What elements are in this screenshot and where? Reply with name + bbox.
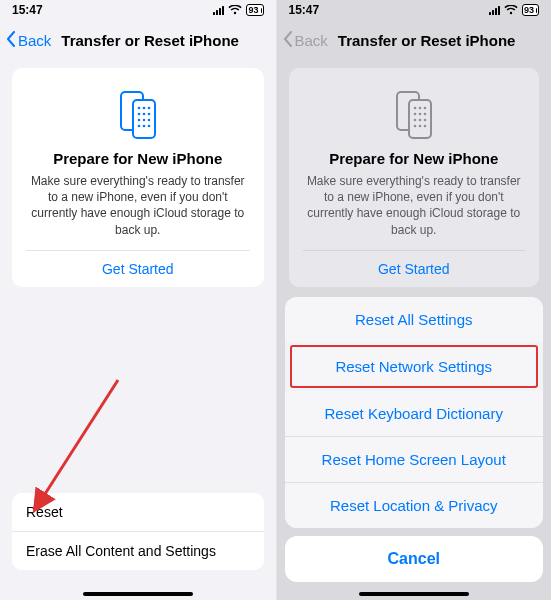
svg-point-23 <box>413 119 416 122</box>
status-time: 15:47 <box>289 3 320 17</box>
svg-point-18 <box>418 107 421 110</box>
status-bar: 15:47 93 <box>277 0 552 20</box>
sheet-reset-location-privacy[interactable]: Reset Location & Privacy <box>285 482 544 528</box>
svg-point-17 <box>413 107 416 110</box>
svg-point-9 <box>142 119 145 122</box>
get-started-button: Get Started <box>303 250 526 277</box>
chevron-left-icon <box>283 31 293 50</box>
svg-point-21 <box>418 113 421 116</box>
card-title: Prepare for New iPhone <box>303 150 526 167</box>
back-label: Back <box>295 32 328 49</box>
svg-point-28 <box>423 125 426 128</box>
page-title: Transfer or Reset iPhone <box>338 32 545 49</box>
reset-row[interactable]: Reset <box>12 493 264 531</box>
svg-point-13 <box>147 125 150 128</box>
svg-point-27 <box>418 125 421 128</box>
svg-point-4 <box>147 107 150 110</box>
back-button[interactable]: Back <box>6 31 51 50</box>
status-time: 15:47 <box>12 3 43 17</box>
left-screen: 15:47 93 Back Transfer or Reset iPhone <box>0 0 276 600</box>
wifi-icon <box>228 5 242 15</box>
svg-point-26 <box>413 125 416 128</box>
battery-icon: 93 <box>522 4 539 16</box>
svg-point-8 <box>137 119 140 122</box>
battery-icon: 93 <box>246 4 263 16</box>
page-title: Transfer or Reset iPhone <box>61 32 269 49</box>
status-right: 93 <box>489 4 539 16</box>
svg-point-6 <box>142 113 145 116</box>
card-description: Make sure everything's ready to transfer… <box>26 173 250 238</box>
svg-point-19 <box>423 107 426 110</box>
svg-point-2 <box>137 107 140 110</box>
svg-point-10 <box>147 119 150 122</box>
sheet-reset-network-settings[interactable]: Reset Network Settings <box>289 344 540 389</box>
transfer-phones-icon <box>303 86 526 140</box>
prepare-card: Prepare for New iPhone Make sure everyth… <box>289 68 540 287</box>
svg-point-5 <box>137 113 140 116</box>
svg-point-25 <box>423 119 426 122</box>
card-description: Make sure everything's ready to transfer… <box>303 173 526 238</box>
svg-point-20 <box>413 113 416 116</box>
sheet-reset-keyboard-dictionary[interactable]: Reset Keyboard Dictionary <box>285 391 544 436</box>
cellular-icon <box>213 6 224 15</box>
reset-action-sheet: Reset All Settings Reset Network Setting… <box>277 297 552 600</box>
erase-row[interactable]: Erase All Content and Settings <box>12 531 264 570</box>
svg-point-11 <box>137 125 140 128</box>
svg-point-7 <box>147 113 150 116</box>
home-indicator <box>359 592 469 596</box>
wifi-icon <box>504 5 518 15</box>
svg-point-12 <box>142 125 145 128</box>
svg-point-22 <box>423 113 426 116</box>
svg-point-24 <box>418 119 421 122</box>
transfer-phones-icon <box>26 86 250 140</box>
svg-point-3 <box>142 107 145 110</box>
sheet-reset-home-screen-layout[interactable]: Reset Home Screen Layout <box>285 436 544 482</box>
nav-bar: Back Transfer or Reset iPhone <box>0 20 276 60</box>
nav-bar: Back Transfer or Reset iPhone <box>277 20 552 60</box>
cellular-icon <box>489 6 500 15</box>
back-label: Back <box>18 32 51 49</box>
sheet-reset-all-settings[interactable]: Reset All Settings <box>285 297 544 342</box>
back-button: Back <box>283 31 328 50</box>
card-title: Prepare for New iPhone <box>26 150 250 167</box>
right-screen: 15:47 93 Back Transfer or Reset iPhone <box>276 0 552 600</box>
status-right: 93 <box>213 4 263 16</box>
home-indicator <box>83 592 193 596</box>
chevron-left-icon <box>6 31 16 50</box>
get-started-button[interactable]: Get Started <box>26 250 250 277</box>
cancel-button[interactable]: Cancel <box>285 536 544 582</box>
bottom-options-list: Reset Erase All Content and Settings <box>12 493 264 570</box>
status-bar: 15:47 93 <box>0 0 276 20</box>
prepare-card: Prepare for New iPhone Make sure everyth… <box>12 68 264 287</box>
